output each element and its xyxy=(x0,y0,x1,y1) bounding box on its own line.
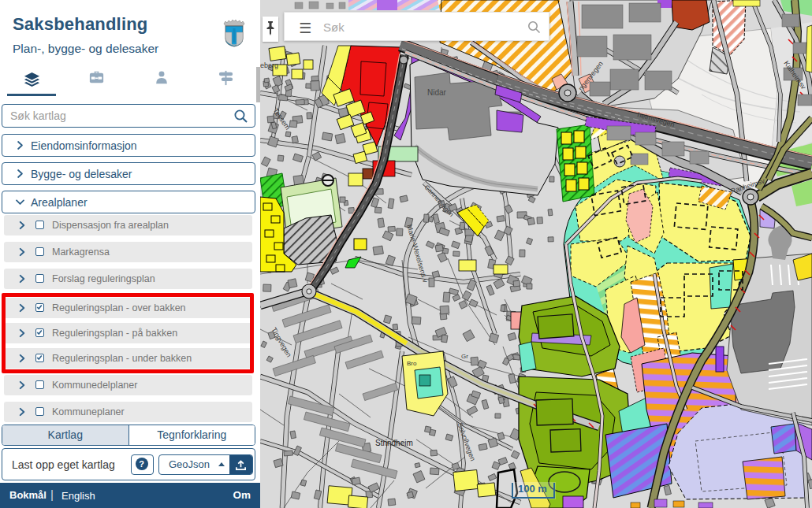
svg-text:Bro: Bro xyxy=(407,360,417,367)
svg-text:Nidar: Nidar xyxy=(427,88,447,97)
svg-text:Strindheim: Strindheim xyxy=(375,439,413,447)
svg-text:eberg: eberg xyxy=(260,61,278,69)
svg-text:Gr: Gr xyxy=(461,353,468,360)
